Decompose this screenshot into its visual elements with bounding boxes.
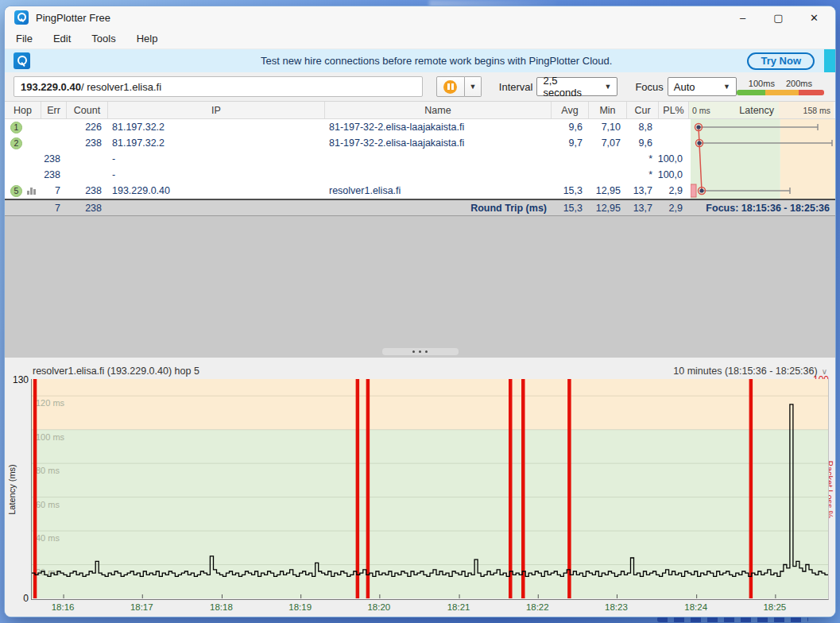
- focus-select[interactable]: Auto ▼: [668, 77, 737, 96]
- cell-name: 81-197-32-2.elisa-laajakaista.fi: [325, 119, 552, 135]
- x-tick-label: 18:20: [362, 602, 397, 612]
- svg-text:40 ms: 40 ms: [36, 533, 60, 543]
- cell-cur: *: [627, 167, 659, 183]
- y-axis-max: 130: [8, 374, 29, 385]
- focused-graph-icon: [27, 187, 36, 195]
- cell-ip: -: [108, 167, 325, 183]
- summary-err: 7: [41, 200, 67, 215]
- latency-title: Latency: [739, 105, 774, 116]
- title-bar: PingPlotter Free – ▢ ✕: [5, 6, 835, 29]
- col-hop[interactable]: Hop: [5, 102, 41, 118]
- summary-cur: 13,7: [627, 200, 659, 215]
- latency-scale-legend: 100ms 200ms: [737, 79, 824, 95]
- cell-min: 12,95: [589, 183, 627, 199]
- col-err[interactable]: Err: [41, 102, 67, 118]
- cell-ip: -: [108, 151, 325, 167]
- cell-cur: *: [627, 151, 659, 167]
- cell-name: resolver1.elisa.fi: [325, 183, 552, 199]
- cell-err: [41, 119, 67, 135]
- cell-pl: 100,0: [659, 167, 689, 183]
- promo-banner: Test new hire connections before remote …: [5, 49, 835, 72]
- close-button[interactable]: ✕: [796, 6, 832, 29]
- pingplotter-window: PingPlotter Free – ▢ ✕ File Edit Tools H…: [5, 6, 835, 617]
- try-now-button[interactable]: Try Now: [747, 52, 815, 70]
- graph-header: resolver1.elisa.fi (193.229.0.40) hop 5 …: [5, 358, 835, 379]
- x-tick-label: 18:25: [757, 602, 792, 612]
- cell-err: 238: [41, 151, 67, 167]
- cell-name: [325, 167, 552, 183]
- svg-text:120 ms: 120 ms: [36, 398, 65, 408]
- round-trip-row[interactable]: 7 238 Round Trip (ms) 15,3 12,95 13,7 2,…: [5, 199, 835, 216]
- x-tick-label: 18:18: [203, 602, 238, 612]
- cell-avg: [552, 151, 589, 167]
- cell-cur: 8,8: [627, 119, 659, 135]
- hop-badge: 1: [10, 122, 22, 134]
- x-tick-label: 18:19: [283, 602, 318, 612]
- cell-ip: 81.197.32.2: [108, 135, 325, 151]
- menu-help[interactable]: Help: [126, 29, 168, 48]
- cell-ip: 193.229.0.40: [108, 183, 325, 199]
- cell-avg: 9,6: [552, 119, 589, 135]
- menu-file[interactable]: File: [5, 29, 43, 48]
- timeline-plot[interactable]: 20 ms40 ms60 ms80 ms100 ms120 ms: [31, 379, 829, 600]
- maximize-button[interactable]: ▢: [761, 6, 796, 29]
- col-count[interactable]: Count: [67, 102, 108, 118]
- menu-bar: File Edit Tools Help: [5, 29, 835, 49]
- cell-count: 238: [67, 183, 108, 199]
- splitter-handle[interactable]: [382, 348, 459, 355]
- target-hostname: / resolver1.elisa.fi: [81, 81, 161, 93]
- latency-gradient-bar: [737, 90, 824, 95]
- x-tick-label: 18:23: [598, 602, 633, 612]
- cell-count: 238: [67, 135, 108, 151]
- cell-ip: 81.197.32.2: [108, 119, 325, 135]
- minimize-button[interactable]: –: [725, 6, 761, 29]
- svg-text:100 ms: 100 ms: [36, 432, 65, 442]
- menu-tools[interactable]: Tools: [81, 29, 126, 48]
- legend-100ms: 100ms: [749, 79, 775, 88]
- trace-table: Hop Err Count IP Name Avg Min Cur PL% 0 …: [5, 102, 835, 216]
- cell-avg: [552, 167, 589, 183]
- interval-label: Interval: [499, 81, 533, 93]
- col-ip[interactable]: IP: [108, 102, 325, 118]
- menu-edit[interactable]: Edit: [43, 29, 81, 48]
- x-tick-label: 18:24: [679, 602, 714, 612]
- pingplotter-cloud-icon: [14, 52, 30, 69]
- cell-err: 7: [41, 183, 67, 199]
- round-trip-label: Round Trip (ms): [325, 200, 552, 215]
- x-tick-label: 18:17: [124, 602, 159, 612]
- chevron-down-icon: ▼: [723, 83, 730, 91]
- promo-text: Test new hire connections before remote …: [30, 55, 747, 67]
- col-pl[interactable]: PL%: [659, 102, 689, 118]
- cell-name: 81-197-32-2.elisa-laajakaista.fi: [325, 135, 552, 151]
- time-range-label: 10 minutes (18:15:36 - 18:25:36): [673, 366, 817, 377]
- cell-count: [67, 151, 108, 167]
- app-logo-icon: [14, 10, 29, 25]
- hop-badge: 5: [10, 185, 22, 197]
- col-avg[interactable]: Avg: [552, 102, 589, 118]
- interval-select[interactable]: 2,5 seconds ▼: [536, 77, 617, 96]
- focus-value: Auto: [674, 81, 695, 93]
- cell-cur: 13,7: [627, 183, 659, 199]
- hop-latency-minigraph: [691, 119, 835, 199]
- cell-min: [589, 167, 627, 183]
- cell-avg: 9,7: [552, 135, 589, 151]
- x-tick-label: 18:16: [45, 602, 80, 612]
- cell-err: [41, 135, 67, 151]
- col-latency[interactable]: 0 ms Latency 158 ms: [689, 102, 834, 118]
- cell-min: 7,10: [589, 119, 627, 135]
- time-range-select[interactable]: 10 minutes (18:15:36 - 18:25:36) ∨: [673, 366, 827, 377]
- cell-pl: [659, 119, 689, 135]
- col-cur[interactable]: Cur: [627, 102, 659, 118]
- cell-min: 7,07: [589, 135, 627, 151]
- summary-avg: 15,3: [552, 200, 589, 215]
- x-tick-label: 18:22: [520, 602, 555, 612]
- chevron-down-icon: ▼: [604, 83, 611, 91]
- summary-min: 12,95: [589, 200, 627, 215]
- chevron-down-icon: ▼: [469, 83, 476, 91]
- col-min[interactable]: Min: [589, 102, 627, 118]
- target-input[interactable]: 193.229.0.40 / resolver1.elisa.fi: [14, 76, 423, 97]
- col-name[interactable]: Name: [325, 102, 552, 118]
- pause-dropdown-button[interactable]: ▼: [465, 76, 482, 97]
- pause-icon: [443, 80, 457, 94]
- pause-button[interactable]: [436, 76, 465, 97]
